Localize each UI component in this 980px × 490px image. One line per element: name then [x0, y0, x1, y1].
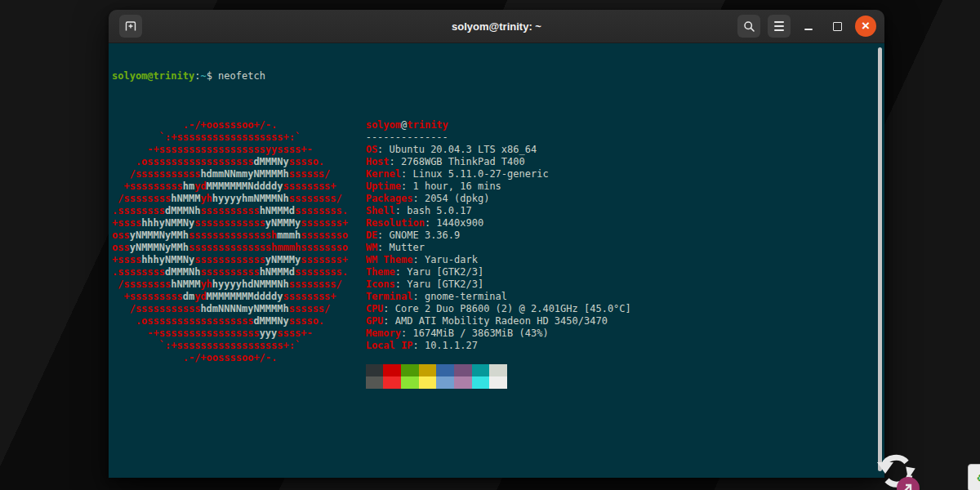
titlebar[interactable]: solyom@trinity: ~ × — [109, 10, 884, 43]
palette-swatch — [419, 364, 437, 376]
new-tab-icon — [124, 20, 137, 32]
search-icon — [743, 20, 755, 33]
terminal-window: solyom@trinity: ~ × solyom@trinity — [109, 10, 884, 478]
maximize-icon — [833, 22, 842, 31]
palette-swatch — [436, 376, 454, 389]
palette-swatch — [489, 376, 507, 389]
palette-swatch — [454, 364, 472, 376]
close-icon: × — [862, 19, 870, 33]
palette-swatch — [454, 376, 472, 389]
minimize-button[interactable] — [798, 16, 819, 37]
hamburger-icon — [774, 21, 784, 31]
close-button[interactable]: × — [855, 16, 876, 37]
recycle-glyph: ♻ — [976, 472, 980, 484]
typed-command: neofetch — [218, 70, 265, 82]
new-tab-button[interactable] — [119, 15, 142, 38]
palette-swatch — [472, 364, 490, 376]
palette-swatch — [401, 376, 419, 389]
maximize-button[interactable] — [826, 16, 848, 37]
scrollbar[interactable] — [878, 47, 882, 471]
neofetch-output: .-/+oossssoo+/-. `:+ssssssssssssssssss+:… — [112, 119, 884, 401]
search-button[interactable] — [737, 15, 760, 38]
palette-swatch — [489, 364, 507, 376]
menu-button[interactable] — [768, 15, 791, 38]
prompt-path: ~ — [200, 70, 206, 82]
palette-swatch — [383, 364, 401, 376]
palette-swatch — [366, 364, 384, 376]
palette-swatch — [419, 376, 437, 389]
minimize-icon — [804, 29, 813, 30]
ascii-art: .-/+oossssoo+/-. `:+ssssssssssssssssss+:… — [112, 119, 348, 364]
terminal-content[interactable]: solyom@trinity:~$ neofetch .-/+oossssoo+… — [109, 43, 884, 478]
desktop-corner-icon[interactable]: ♻ — [968, 464, 980, 490]
command-line: solyom@trinity:~$ neofetch — [112, 70, 884, 82]
palette-swatch — [401, 364, 419, 376]
palette-swatch — [436, 364, 454, 376]
neofetch-info: solyom@trinity--------------OS: Ubuntu 2… — [366, 119, 631, 389]
palette-swatch — [366, 376, 384, 389]
palette-swatch — [472, 376, 490, 389]
desktop: { "window": { "title": "solyom@trinity: … — [0, 0, 980, 490]
palette-swatch — [383, 376, 401, 389]
sync-arrows-icon[interactable] — [872, 451, 931, 490]
prompt-user-host: solyom@trinity — [112, 70, 194, 82]
